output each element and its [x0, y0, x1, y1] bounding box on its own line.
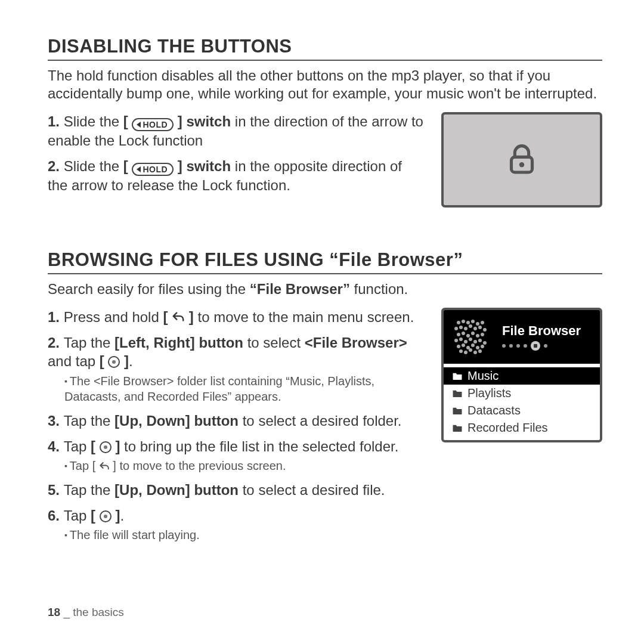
- fb-step-2-sub: The <File Browser> folder list containin…: [64, 373, 423, 404]
- fb-step-2: 2. Tap the [Left, Right] button to selec…: [48, 333, 423, 404]
- folder-icon: [452, 423, 463, 433]
- back-icon: [99, 461, 110, 472]
- steps-disabling: 1. Slide the [ HOLD ] switch in the dire…: [48, 112, 423, 194]
- select-button-icon: [100, 510, 112, 522]
- hold-switch-icon: HOLD: [132, 163, 174, 176]
- fb-step-4: 4. Tap [ ] to bring up the file list in …: [48, 437, 423, 473]
- fb-step-1: 1. Press and hold [ ] to move to the mai…: [48, 308, 423, 326]
- page-footer: 18 _ the basics: [48, 606, 124, 619]
- folder-icon: [452, 389, 463, 398]
- fb-step-6: 6. Tap [ ]. The file will start playing.: [48, 506, 423, 543]
- heading-disabling-buttons: DISABLING THE BUTTONS: [48, 36, 602, 61]
- heading-file-browser: BROWSING FOR FILES USING “File Browser”: [48, 249, 602, 274]
- fb-step-6-sub: The file will start playing.: [64, 527, 423, 543]
- device-title: File Browser: [502, 323, 581, 339]
- back-icon: [172, 311, 185, 324]
- folder-item: Datacasts: [444, 402, 600, 419]
- step-2: 2. Slide the [ HOLD ] switch in the oppo…: [48, 157, 423, 194]
- lock-screen-illustration: [441, 112, 602, 208]
- folder-icon: [452, 406, 463, 416]
- intro-disabling: The hold function disables all the other…: [48, 67, 602, 103]
- hold-switch-icon: HOLD: [132, 118, 174, 131]
- folder-label: Datacasts: [467, 404, 521, 417]
- folder-item: Music: [444, 367, 600, 385]
- folder-label: Recorded Files: [467, 421, 548, 435]
- device-header: File Browser: [444, 310, 600, 364]
- lock-icon: [505, 143, 538, 177]
- folder-icon: [452, 371, 463, 381]
- step-1: 1. Slide the [ HOLD ] switch in the dire…: [48, 112, 423, 150]
- file-browser-app-icon: [453, 318, 496, 355]
- device-folder-list: MusicPlaylistsDatacastsRecorded Files: [444, 364, 600, 440]
- svg-point-1: [519, 162, 524, 167]
- select-button-icon: [100, 441, 112, 453]
- file-browser-illustration: File Browser MusicPlaylistsDatacastsReco…: [441, 308, 602, 442]
- select-button-icon: [108, 356, 120, 368]
- steps-file-browser: 1. Press and hold [ ] to move to the mai…: [48, 308, 423, 543]
- folder-item: Recorded Files: [444, 419, 600, 436]
- fb-step-4-sub: Tap [ ] to move to the previous screen.: [64, 458, 423, 473]
- fb-step-3: 3. Tap the [Up, Down] button to select a…: [48, 411, 423, 430]
- page-indicator: [502, 341, 581, 351]
- intro-file-browser: Search easily for files using the “File …: [48, 280, 602, 298]
- folder-label: Playlists: [467, 386, 511, 400]
- folder-item: Playlists: [444, 385, 600, 402]
- fb-step-5: 5. Tap the [Up, Down] button to select a…: [48, 481, 423, 499]
- folder-label: Music: [467, 369, 499, 383]
